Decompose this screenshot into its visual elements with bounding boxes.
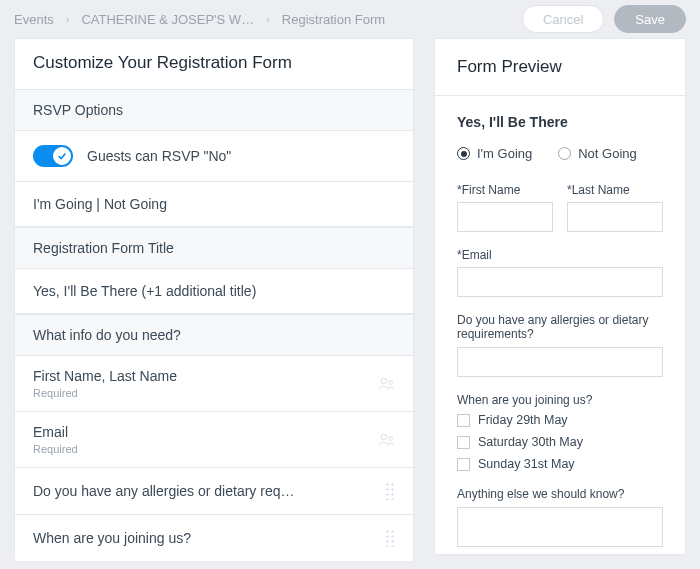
rsvp-no-toggle[interactable]	[33, 145, 73, 167]
allergies-question: Do you have any allergies or dietary req…	[457, 313, 663, 341]
chevron-right-icon: ›	[266, 13, 270, 25]
svg-point-3	[389, 436, 393, 440]
last-name-label: *Last Name	[567, 183, 663, 197]
section-header-rsvp: RSVP Options	[15, 89, 413, 131]
breadcrumb-events[interactable]: Events	[14, 12, 54, 27]
last-name-input[interactable]	[567, 202, 663, 232]
breadcrumb-current: Registration Form	[282, 12, 385, 27]
joining-option-label: Friday 29th May	[478, 413, 568, 427]
section-header-info: What info do you need?	[15, 314, 413, 356]
panel-title: Customize Your Registration Form	[15, 39, 413, 89]
radio-going-label: I'm Going	[477, 146, 532, 161]
rsvp-toggle-label: Guests can RSVP "No"	[87, 148, 231, 164]
radio-icon	[558, 147, 571, 160]
preview-panel-title: Form Preview	[457, 57, 663, 77]
radio-not-going-label: Not Going	[578, 146, 637, 161]
info-field-row[interactable]: When are you joining us?	[15, 515, 413, 561]
divider	[435, 95, 685, 96]
info-field-required: Required	[33, 387, 177, 399]
cancel-button[interactable]: Cancel	[522, 5, 604, 33]
top-actions: Cancel Save	[522, 5, 686, 33]
form-title-row[interactable]: Yes, I'll Be There (+1 additional title)	[15, 269, 413, 314]
joining-question: When are you joining us?	[457, 393, 663, 407]
radio-not-going[interactable]: Not Going	[558, 146, 637, 161]
info-field-row[interactable]: Email Required	[15, 412, 413, 468]
joining-option-label: Saturday 30th May	[478, 435, 583, 449]
customize-panel: Customize Your Registration Form RSVP Op…	[14, 38, 414, 555]
chevron-right-icon: ›	[66, 13, 70, 25]
rsvp-toggle-row: Guests can RSVP "No"	[15, 131, 413, 182]
drag-handle-icon[interactable]	[385, 529, 395, 547]
check-icon	[53, 147, 71, 165]
checkbox-icon	[457, 458, 470, 471]
checkbox-icon	[457, 414, 470, 427]
svg-point-1	[389, 380, 393, 384]
svg-point-0	[381, 378, 386, 383]
email-input[interactable]	[457, 267, 663, 297]
info-field-required: Required	[33, 443, 78, 455]
anything-else-input[interactable]	[457, 507, 663, 547]
info-field-label: When are you joining us?	[33, 530, 191, 546]
info-field-label: Email	[33, 424, 78, 440]
form-preview-panel: Form Preview Yes, I'll Be There I'm Goin…	[434, 38, 686, 555]
attendance-radio-group: I'm Going Not Going	[457, 146, 663, 161]
person-lock-icon	[377, 375, 395, 393]
anything-else-question: Anything else we should know?	[457, 487, 663, 501]
drag-handle-icon[interactable]	[385, 482, 395, 500]
first-name-label: *First Name	[457, 183, 553, 197]
allergies-input[interactable]	[457, 347, 663, 377]
info-field-label: First Name, Last Name	[33, 368, 177, 384]
info-field-row[interactable]: Do you have any allergies or dietary req…	[15, 468, 413, 515]
checkbox-icon	[457, 436, 470, 449]
person-lock-icon	[377, 431, 395, 449]
form-title-value: Yes, I'll Be There (+1 additional title)	[33, 283, 256, 299]
email-label: *Email	[457, 248, 663, 262]
status-labels-row[interactable]: I'm Going | Not Going	[15, 182, 413, 227]
section-header-form-title: Registration Form Title	[15, 227, 413, 269]
radio-going[interactable]: I'm Going	[457, 146, 532, 161]
first-name-input[interactable]	[457, 202, 553, 232]
breadcrumb: Events › CATHERINE & JOSEP'S W… › Regist…	[14, 12, 385, 27]
svg-point-2	[381, 434, 386, 439]
top-bar: Events › CATHERINE & JOSEP'S W… › Regist…	[0, 0, 700, 38]
save-button[interactable]: Save	[614, 5, 686, 33]
info-field-row[interactable]: First Name, Last Name Required	[15, 356, 413, 412]
joining-option[interactable]: Sunday 31st May	[457, 457, 663, 471]
preview-form-title: Yes, I'll Be There	[457, 114, 663, 130]
joining-option-label: Sunday 31st May	[478, 457, 575, 471]
status-labels-text: I'm Going | Not Going	[33, 196, 167, 212]
info-field-label: Do you have any allergies or dietary req…	[33, 483, 294, 499]
joining-option[interactable]: Friday 29th May	[457, 413, 663, 427]
breadcrumb-event-name[interactable]: CATHERINE & JOSEP'S W…	[81, 12, 254, 27]
joining-option[interactable]: Saturday 30th May	[457, 435, 663, 449]
radio-icon	[457, 147, 470, 160]
